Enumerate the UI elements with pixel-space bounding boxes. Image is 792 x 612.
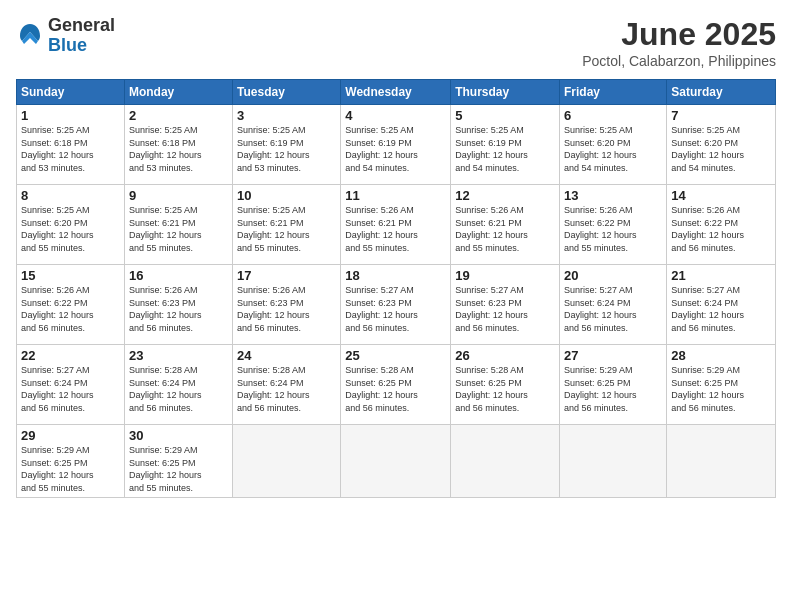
day-number: 23 xyxy=(129,348,228,363)
calendar-header-saturday: Saturday xyxy=(667,80,776,105)
day-info: Sunrise: 5:25 AM Sunset: 6:19 PM Dayligh… xyxy=(345,124,446,174)
day-info: Sunrise: 5:26 AM Sunset: 6:21 PM Dayligh… xyxy=(345,204,446,254)
calendar-cell: 16Sunrise: 5:26 AM Sunset: 6:23 PM Dayli… xyxy=(124,265,232,345)
month-title: June 2025 xyxy=(582,16,776,53)
calendar-cell: 4Sunrise: 5:25 AM Sunset: 6:19 PM Daylig… xyxy=(341,105,451,185)
calendar-header-sunday: Sunday xyxy=(17,80,125,105)
calendar-cell: 30Sunrise: 5:29 AM Sunset: 6:25 PM Dayli… xyxy=(124,425,232,498)
day-info: Sunrise: 5:25 AM Sunset: 6:21 PM Dayligh… xyxy=(237,204,336,254)
calendar-cell: 6Sunrise: 5:25 AM Sunset: 6:20 PM Daylig… xyxy=(560,105,667,185)
day-info: Sunrise: 5:27 AM Sunset: 6:24 PM Dayligh… xyxy=(671,284,771,334)
calendar-cell: 15Sunrise: 5:26 AM Sunset: 6:22 PM Dayli… xyxy=(17,265,125,345)
day-info: Sunrise: 5:28 AM Sunset: 6:24 PM Dayligh… xyxy=(129,364,228,414)
calendar-header-tuesday: Tuesday xyxy=(233,80,341,105)
logo-text: General Blue xyxy=(48,16,115,56)
day-info: Sunrise: 5:29 AM Sunset: 6:25 PM Dayligh… xyxy=(129,444,228,494)
calendar-cell: 5Sunrise: 5:25 AM Sunset: 6:19 PM Daylig… xyxy=(451,105,560,185)
day-number: 25 xyxy=(345,348,446,363)
calendar-week-3: 15Sunrise: 5:26 AM Sunset: 6:22 PM Dayli… xyxy=(17,265,776,345)
day-info: Sunrise: 5:28 AM Sunset: 6:24 PM Dayligh… xyxy=(237,364,336,414)
calendar: SundayMondayTuesdayWednesdayThursdayFrid… xyxy=(16,79,776,498)
calendar-cell xyxy=(560,425,667,498)
calendar-cell: 23Sunrise: 5:28 AM Sunset: 6:24 PM Dayli… xyxy=(124,345,232,425)
calendar-cell: 24Sunrise: 5:28 AM Sunset: 6:24 PM Dayli… xyxy=(233,345,341,425)
day-number: 16 xyxy=(129,268,228,283)
day-number: 24 xyxy=(237,348,336,363)
calendar-header-friday: Friday xyxy=(560,80,667,105)
day-info: Sunrise: 5:28 AM Sunset: 6:25 PM Dayligh… xyxy=(455,364,555,414)
calendar-cell: 22Sunrise: 5:27 AM Sunset: 6:24 PM Dayli… xyxy=(17,345,125,425)
calendar-cell: 8Sunrise: 5:25 AM Sunset: 6:20 PM Daylig… xyxy=(17,185,125,265)
day-info: Sunrise: 5:29 AM Sunset: 6:25 PM Dayligh… xyxy=(564,364,662,414)
calendar-header-row: SundayMondayTuesdayWednesdayThursdayFrid… xyxy=(17,80,776,105)
calendar-cell: 13Sunrise: 5:26 AM Sunset: 6:22 PM Dayli… xyxy=(560,185,667,265)
calendar-cell xyxy=(341,425,451,498)
day-info: Sunrise: 5:26 AM Sunset: 6:23 PM Dayligh… xyxy=(129,284,228,334)
title-section: June 2025 Poctol, Calabarzon, Philippine… xyxy=(582,16,776,69)
day-info: Sunrise: 5:26 AM Sunset: 6:22 PM Dayligh… xyxy=(21,284,120,334)
calendar-cell: 11Sunrise: 5:26 AM Sunset: 6:21 PM Dayli… xyxy=(341,185,451,265)
day-number: 10 xyxy=(237,188,336,203)
day-number: 13 xyxy=(564,188,662,203)
day-number: 18 xyxy=(345,268,446,283)
day-number: 19 xyxy=(455,268,555,283)
day-info: Sunrise: 5:28 AM Sunset: 6:25 PM Dayligh… xyxy=(345,364,446,414)
day-number: 8 xyxy=(21,188,120,203)
day-number: 27 xyxy=(564,348,662,363)
calendar-week-2: 8Sunrise: 5:25 AM Sunset: 6:20 PM Daylig… xyxy=(17,185,776,265)
calendar-cell: 14Sunrise: 5:26 AM Sunset: 6:22 PM Dayli… xyxy=(667,185,776,265)
day-info: Sunrise: 5:29 AM Sunset: 6:25 PM Dayligh… xyxy=(671,364,771,414)
calendar-cell: 3Sunrise: 5:25 AM Sunset: 6:19 PM Daylig… xyxy=(233,105,341,185)
calendar-header-monday: Monday xyxy=(124,80,232,105)
day-number: 15 xyxy=(21,268,120,283)
calendar-cell: 25Sunrise: 5:28 AM Sunset: 6:25 PM Dayli… xyxy=(341,345,451,425)
day-number: 12 xyxy=(455,188,555,203)
day-number: 11 xyxy=(345,188,446,203)
day-info: Sunrise: 5:27 AM Sunset: 6:23 PM Dayligh… xyxy=(455,284,555,334)
calendar-cell: 18Sunrise: 5:27 AM Sunset: 6:23 PM Dayli… xyxy=(341,265,451,345)
page: General Blue June 2025 Poctol, Calabarzo… xyxy=(0,0,792,612)
logo: General Blue xyxy=(16,16,115,56)
day-info: Sunrise: 5:27 AM Sunset: 6:23 PM Dayligh… xyxy=(345,284,446,334)
day-info: Sunrise: 5:25 AM Sunset: 6:20 PM Dayligh… xyxy=(671,124,771,174)
day-number: 21 xyxy=(671,268,771,283)
day-number: 22 xyxy=(21,348,120,363)
calendar-week-1: 1Sunrise: 5:25 AM Sunset: 6:18 PM Daylig… xyxy=(17,105,776,185)
day-number: 2 xyxy=(129,108,228,123)
calendar-cell: 20Sunrise: 5:27 AM Sunset: 6:24 PM Dayli… xyxy=(560,265,667,345)
day-info: Sunrise: 5:25 AM Sunset: 6:19 PM Dayligh… xyxy=(455,124,555,174)
day-info: Sunrise: 5:26 AM Sunset: 6:21 PM Dayligh… xyxy=(455,204,555,254)
day-info: Sunrise: 5:26 AM Sunset: 6:23 PM Dayligh… xyxy=(237,284,336,334)
calendar-cell: 9Sunrise: 5:25 AM Sunset: 6:21 PM Daylig… xyxy=(124,185,232,265)
day-number: 30 xyxy=(129,428,228,443)
logo-blue: Blue xyxy=(48,36,115,56)
day-number: 9 xyxy=(129,188,228,203)
day-number: 28 xyxy=(671,348,771,363)
day-number: 14 xyxy=(671,188,771,203)
day-number: 3 xyxy=(237,108,336,123)
day-info: Sunrise: 5:25 AM Sunset: 6:18 PM Dayligh… xyxy=(129,124,228,174)
calendar-cell: 12Sunrise: 5:26 AM Sunset: 6:21 PM Dayli… xyxy=(451,185,560,265)
calendar-cell: 19Sunrise: 5:27 AM Sunset: 6:23 PM Dayli… xyxy=(451,265,560,345)
location: Poctol, Calabarzon, Philippines xyxy=(582,53,776,69)
day-number: 4 xyxy=(345,108,446,123)
calendar-cell: 1Sunrise: 5:25 AM Sunset: 6:18 PM Daylig… xyxy=(17,105,125,185)
calendar-cell: 29Sunrise: 5:29 AM Sunset: 6:25 PM Dayli… xyxy=(17,425,125,498)
day-number: 26 xyxy=(455,348,555,363)
calendar-cell xyxy=(233,425,341,498)
day-number: 6 xyxy=(564,108,662,123)
calendar-cell: 10Sunrise: 5:25 AM Sunset: 6:21 PM Dayli… xyxy=(233,185,341,265)
calendar-cell: 27Sunrise: 5:29 AM Sunset: 6:25 PM Dayli… xyxy=(560,345,667,425)
header: General Blue June 2025 Poctol, Calabarzo… xyxy=(16,16,776,69)
day-info: Sunrise: 5:25 AM Sunset: 6:20 PM Dayligh… xyxy=(564,124,662,174)
day-info: Sunrise: 5:27 AM Sunset: 6:24 PM Dayligh… xyxy=(564,284,662,334)
logo-icon xyxy=(16,22,44,50)
day-number: 7 xyxy=(671,108,771,123)
day-info: Sunrise: 5:25 AM Sunset: 6:18 PM Dayligh… xyxy=(21,124,120,174)
calendar-header-thursday: Thursday xyxy=(451,80,560,105)
day-number: 5 xyxy=(455,108,555,123)
day-info: Sunrise: 5:25 AM Sunset: 6:21 PM Dayligh… xyxy=(129,204,228,254)
calendar-week-4: 22Sunrise: 5:27 AM Sunset: 6:24 PM Dayli… xyxy=(17,345,776,425)
calendar-cell: 7Sunrise: 5:25 AM Sunset: 6:20 PM Daylig… xyxy=(667,105,776,185)
calendar-cell: 28Sunrise: 5:29 AM Sunset: 6:25 PM Dayli… xyxy=(667,345,776,425)
